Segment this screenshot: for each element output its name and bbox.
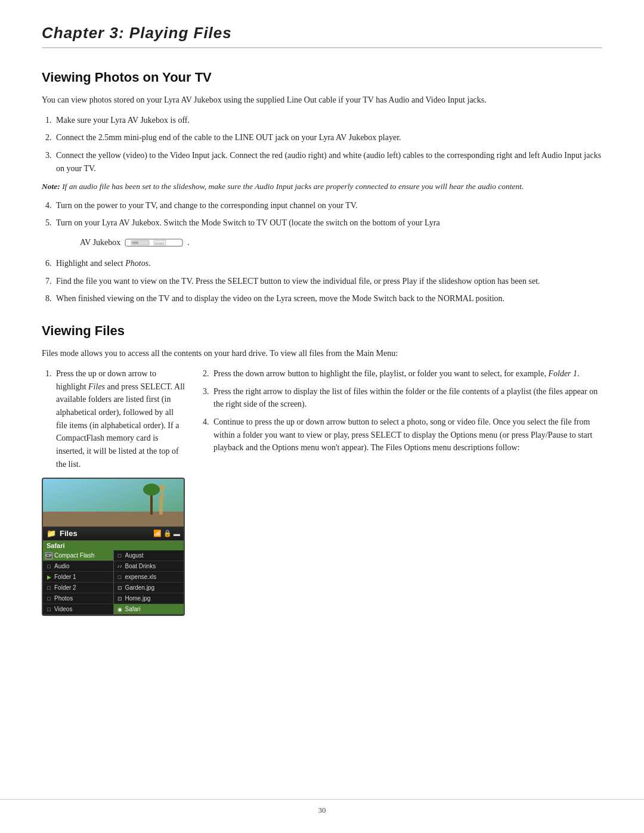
screen-body: CF Compact Flash □ Audio ▶ Folder 1 (43, 550, 184, 615)
chapter-prefix: Chapter 3: (42, 24, 125, 42)
step-3: Connect the yellow (video) to the Video … (54, 149, 602, 175)
file-name-safari: Safari (125, 606, 141, 612)
svg-rect-2 (132, 241, 138, 244)
file-name-boat-drinks: Boat Drinks (125, 563, 156, 569)
chapter-header: Chapter 3: Playing Files (42, 24, 602, 48)
step-5: Turn on your Lyra AV Jukebox. Switch the… (54, 216, 602, 251)
device-image-area: AV Jukebox TV OUT . (80, 234, 602, 251)
col-left: Press the up or down arrow to highlight … (42, 367, 185, 617)
note-text: If an audio file has been set to the sli… (62, 182, 524, 191)
section1-steps-list: Make sure your Lyra AV Jukebox is off. C… (54, 114, 602, 175)
svg-rect-7 (43, 512, 185, 527)
section2-intro: Files mode allows you to access all the … (42, 347, 602, 360)
folder-icon-1: ▶ (45, 574, 52, 581)
file-icon-garden: ⊡ (116, 584, 123, 592)
file-row-compact-flash: CF Compact Flash (43, 550, 113, 561)
step5-suffix: . (187, 236, 190, 249)
right-panel: □ August ♪♪ Boat Drinks □ expense.xls (114, 550, 184, 615)
file-name-compact-flash: Compact Flash (54, 552, 94, 559)
folder-icon-audio: □ (45, 563, 52, 570)
file-row-boat-drinks: ♪♪ Boat Drinks (114, 561, 184, 572)
file-row-home: ⊡ Home.jpg (114, 593, 184, 604)
highlight-bar: Safari (43, 541, 184, 550)
file-name-folder2: Folder 2 (54, 584, 76, 591)
svg-text:TV OUT: TV OUT (155, 242, 164, 245)
col-right: Press the down arrow button to highlight… (199, 367, 602, 460)
step-4: Turn on the power to your TV, and change… (54, 199, 602, 212)
files-italic: Files (88, 382, 105, 391)
folder-icon-2: □ (45, 584, 52, 592)
file-name-folder1: Folder 1 (54, 574, 76, 580)
folder-icon-photos: □ (45, 595, 52, 602)
device-sketch-svg: TV OUT (124, 234, 184, 251)
step2-1: Press the up or down arrow to highlight … (54, 367, 185, 471)
file-name-expense: expense.xls (125, 574, 157, 580)
screen-mockup: 📁 Files 📶 🔒 ▬ Safari (42, 478, 185, 616)
screen-header-icons: 📶 🔒 ▬ (153, 529, 180, 537)
svg-point-12 (159, 485, 165, 490)
file-name-home: Home.jpg (125, 595, 151, 602)
folder1-italic: Folder 1 (548, 369, 577, 378)
two-column-layout: Press the up or down arrow to highlight … (42, 367, 602, 617)
file-row-audio: □ Audio (43, 561, 113, 572)
step2-2: Press the down arrow button to highlight… (211, 367, 602, 380)
screen-title: Files (60, 529, 150, 538)
section2-step1-list: Press the up or down arrow to highlight … (54, 367, 185, 471)
photo-svg (43, 479, 185, 527)
section1-steps-list-2: Turn on the power to your TV, and change… (54, 199, 602, 305)
section2-heading: Viewing Files (42, 323, 602, 339)
lock-icon: 🔒 (163, 529, 172, 537)
folder-icon-videos: □ (45, 606, 52, 613)
left-panel: CF Compact Flash □ Audio ▶ Folder 1 (43, 550, 114, 615)
section-viewing-photos: Viewing Photos on Your TV You can view p… (42, 70, 602, 305)
note-block: Note: If an audio file has been set to t… (42, 181, 602, 193)
av-jukebox-label: AV Jukebox (80, 236, 120, 249)
step2-4: Continue to press the up or down arrow b… (211, 416, 602, 454)
wifi-icon: 📶 (153, 529, 162, 537)
note-label: Note: (42, 182, 60, 191)
step-6: Highlight and select Photos. (54, 257, 602, 270)
file-row-august: □ August (114, 550, 184, 561)
section2-right-steps: Press the down arrow button to highlight… (211, 367, 602, 454)
file-name-audio: Audio (54, 563, 70, 569)
file-row-garden: ⊡ Garden.jpg (114, 583, 184, 593)
photo-area (43, 479, 185, 527)
file-icon-safari: ◉ (116, 606, 123, 613)
step-8: When finished viewing on the TV and to d… (54, 292, 602, 305)
file-name-photos: Photos (54, 595, 73, 602)
section1-intro: You can view photos stored on your Lyra … (42, 94, 602, 107)
file-icon-august: □ (116, 552, 123, 559)
page-footer: 30 (0, 799, 644, 815)
section1-heading: Viewing Photos on Your TV (42, 70, 602, 85)
file-row-folder2: □ Folder 2 (43, 583, 113, 593)
file-name-videos: Videos (54, 606, 72, 612)
file-row-safari: ◉ Safari (114, 604, 184, 615)
file-name-garden: Garden.jpg (125, 584, 154, 591)
screen-header: 📁 Files 📶 🔒 ▬ (43, 527, 184, 541)
file-name-august: August (125, 552, 144, 559)
file-row-photos: □ Photos (43, 593, 113, 604)
file-row-expense: □ expense.xls (114, 572, 184, 583)
chapter-suffix: Playing Files (129, 24, 232, 42)
svg-point-9 (143, 484, 160, 496)
step6-italic: Photos (125, 259, 148, 268)
step-2: Connect the 2.5mm mini-plug end of the c… (54, 131, 602, 144)
file-icon-home: ⊡ (116, 595, 123, 602)
file-row-videos: □ Videos (43, 604, 113, 615)
step-1: Make sure your Lyra AV Jukebox is off. (54, 114, 602, 127)
file-icon-boat: ♪♪ (116, 563, 123, 570)
step-7: Find the file you want to view on the TV… (54, 275, 602, 288)
file-icon-expense: □ (116, 574, 123, 581)
page-number: 30 (318, 806, 326, 815)
page-container: Chapter 3: Playing Files Viewing Photos … (0, 0, 644, 833)
battery-icon: ▬ (174, 530, 180, 537)
section-viewing-files: Viewing Files Files mode allows you to a… (42, 323, 602, 616)
file-row-folder1: ▶ Folder 1 (43, 572, 113, 583)
cf-icon: CF (45, 552, 52, 559)
step2-3: Press the right arrow to display the lis… (211, 385, 602, 411)
chapter-title: Chapter 3: Playing Files (42, 24, 602, 42)
